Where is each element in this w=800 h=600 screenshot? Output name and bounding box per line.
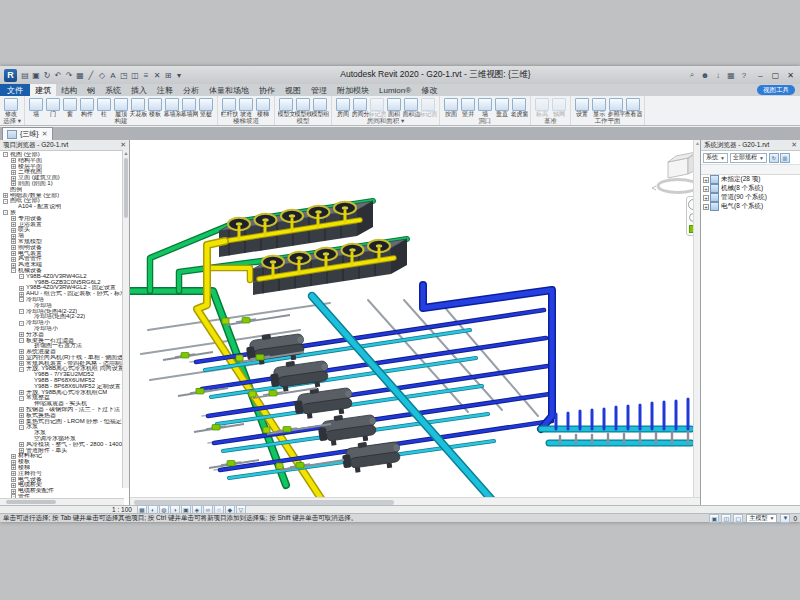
tree-expander-icon[interactable]: + xyxy=(11,181,16,186)
tree-expander-icon[interactable]: - xyxy=(19,309,24,314)
ribbon-button[interactable]: 房间 xyxy=(335,97,351,117)
tree-item[interactable]: + 集热式自记图 - LROM 卧形 - 恒福定 - 100-175 Ch xyxy=(0,419,129,425)
ribbon-button[interactable]: 竖井 xyxy=(460,97,476,117)
worksharing-icon[interactable]: ▣ xyxy=(709,514,719,523)
ribbon-button[interactable]: 参照平面 xyxy=(608,97,624,117)
view-tab-3d[interactable]: {三维} ✕ xyxy=(2,127,53,140)
refresh-icon[interactable]: ↻ xyxy=(769,153,779,163)
ribbon-tab[interactable]: 管理 xyxy=(306,84,332,96)
ribbon-button[interactable]: 设置 xyxy=(574,97,590,117)
close-button[interactable]: ✕ xyxy=(785,70,796,81)
ribbon-button[interactable]: 幕墙网格 xyxy=(181,97,197,117)
project-browser-hscrollbar[interactable] xyxy=(0,498,124,505)
tree-expander-icon[interactable]: - xyxy=(19,425,24,430)
ribbon-button[interactable]: 模型文字 xyxy=(278,97,294,117)
ribbon-button[interactable]: 房间分隔 xyxy=(352,97,368,117)
ribbon-tab[interactable]: 协作 xyxy=(254,84,280,96)
customize-qat-icon[interactable]: ▾ xyxy=(174,70,184,81)
ribbon-tab[interactable]: 附加模块 xyxy=(332,84,374,96)
ribbon-button[interactable]: 按面 xyxy=(443,97,459,117)
tree-expander-icon[interactable]: + xyxy=(11,228,16,233)
row-expander-icon[interactable]: + xyxy=(703,177,709,183)
ribbon-button[interactable]: 老虎窗 xyxy=(511,97,527,117)
open-icon[interactable]: ▤ xyxy=(20,70,30,81)
ribbon-button[interactable]: 墙 xyxy=(477,97,493,117)
tree-expander-icon[interactable]: - xyxy=(19,396,24,401)
app-store-icon[interactable]: ▦ xyxy=(726,70,736,81)
ribbon-tab[interactable]: 插入 xyxy=(126,84,152,96)
search-icon[interactable]: ⌕ xyxy=(687,70,697,81)
tree-expander-icon[interactable]: - xyxy=(19,367,24,372)
tree-expander-icon[interactable]: - xyxy=(19,274,24,279)
tree-expander-icon[interactable]: - xyxy=(3,210,8,215)
system-row[interactable]: + 管道(90 个系统) xyxy=(701,193,800,202)
ribbon-button[interactable]: 坡道 xyxy=(238,97,254,117)
ribbon-button[interactable]: 面积 xyxy=(386,97,402,117)
ribbon-button[interactable]: 面积边界 xyxy=(403,97,419,117)
aligned-dimension-icon[interactable]: ◇ xyxy=(97,70,107,81)
system-row[interactable]: + 机械(8 个系统) xyxy=(701,184,800,193)
view-tab-close-icon[interactable]: ✕ xyxy=(42,130,48,138)
filter-icon[interactable]: ▼ xyxy=(780,514,790,523)
sign-in-icon[interactable]: ☻ xyxy=(700,70,710,81)
view-by-select[interactable]: 系统▼ xyxy=(703,153,728,163)
tree-expander-icon[interactable]: + xyxy=(19,448,24,453)
ribbon-button[interactable]: 门 xyxy=(45,97,61,117)
system-row[interactable]: + 电气(8 个系统) xyxy=(701,202,800,211)
design-option-select[interactable]: 主模型▼ xyxy=(746,514,777,523)
tree-expander-icon[interactable]: - xyxy=(19,297,24,302)
3d-view-canvas[interactable] xyxy=(130,140,700,497)
ribbon-button[interactable]: 竖梃 xyxy=(198,97,214,117)
default-3d-view-icon[interactable]: ◳ xyxy=(119,70,129,81)
ribbon-button[interactable]: 查看器 xyxy=(625,97,641,117)
ribbon-tab[interactable]: 系统 xyxy=(100,84,126,96)
ribbon-button[interactable]: 修改 xyxy=(3,97,19,117)
download-icon[interactable]: ↓ xyxy=(713,70,723,81)
project-browser-close-icon[interactable]: ✕ xyxy=(120,141,126,149)
measure-icon[interactable]: ╱ xyxy=(86,70,96,81)
section-icon[interactable]: ◫ xyxy=(130,70,140,81)
system-browser-close-icon[interactable]: ✕ xyxy=(791,141,797,149)
file-tab[interactable]: 文件 xyxy=(0,84,30,96)
tree-expander-icon[interactable]: + xyxy=(19,286,24,291)
row-expander-icon[interactable]: + xyxy=(703,195,709,201)
view-scale[interactable]: 1 : 100 xyxy=(112,506,132,513)
ribbon-tab[interactable]: 注释 xyxy=(152,84,178,96)
ribbon-button[interactable]: 楼梯 xyxy=(255,97,271,117)
remote-tool-pill[interactable]: 视图工具 xyxy=(757,85,795,95)
tree-expander-icon[interactable]: + xyxy=(11,257,16,262)
sync-icon[interactable]: ↻ xyxy=(42,70,52,81)
save-icon[interactable]: ▣ xyxy=(31,70,41,81)
ribbon-tab[interactable]: Lumion® xyxy=(374,84,416,96)
system-row[interactable]: + 未指定(28 项) xyxy=(701,175,800,184)
tree-expander-icon[interactable]: - xyxy=(3,152,8,157)
ribbon-button[interactable]: 垂直 xyxy=(494,97,510,117)
help-icon[interactable]: ? xyxy=(739,70,749,81)
text-icon[interactable]: A xyxy=(108,70,118,81)
editable-only-icon[interactable]: ◫ xyxy=(721,514,731,523)
tree-item[interactable]: + AHU - 组合式 - 固定装板 - 卧式 - 标准 - 2000 - 10… xyxy=(0,291,129,297)
ribbon-tab[interactable]: 结构 xyxy=(56,84,82,96)
switch-windows-icon[interactable]: ⊞ xyxy=(163,70,173,81)
ribbon-button[interactable]: 楼板 xyxy=(147,97,163,117)
ribbon-button[interactable]: 模型组 xyxy=(312,97,328,117)
ribbon-button[interactable]: 构件 xyxy=(79,97,95,117)
thin-lines-icon[interactable]: ≡ xyxy=(141,70,151,81)
ribbon-tab[interactable]: 修改 xyxy=(416,84,442,96)
ribbon-button[interactable]: 模型线 xyxy=(295,97,311,117)
tree-expander-icon[interactable]: - xyxy=(19,321,24,326)
undo-icon[interactable]: ↶ xyxy=(53,70,63,81)
print-icon[interactable]: ▦ xyxy=(75,70,85,81)
ribbon-tab[interactable]: 体量和场地 xyxy=(204,84,254,96)
row-expander-icon[interactable]: + xyxy=(703,204,709,210)
exclude-options-icon[interactable]: ▢ xyxy=(733,514,743,523)
minimize-button[interactable]: ‒ xyxy=(755,70,766,81)
ribbon-button[interactable]: 柱 xyxy=(96,97,112,117)
close-hidden-windows-icon[interactable]: ✕ xyxy=(152,70,162,81)
ribbon-button[interactable]: 栏杆扶手 xyxy=(221,97,237,117)
ribbon-button[interactable]: 天花板 xyxy=(130,97,146,117)
ribbon-button[interactable]: 显示 xyxy=(591,97,607,117)
ribbon-tab[interactable]: 钢 xyxy=(82,84,100,96)
redo-icon[interactable]: ↷ xyxy=(64,70,74,81)
autofit-columns-icon[interactable]: ▥ xyxy=(780,153,790,163)
